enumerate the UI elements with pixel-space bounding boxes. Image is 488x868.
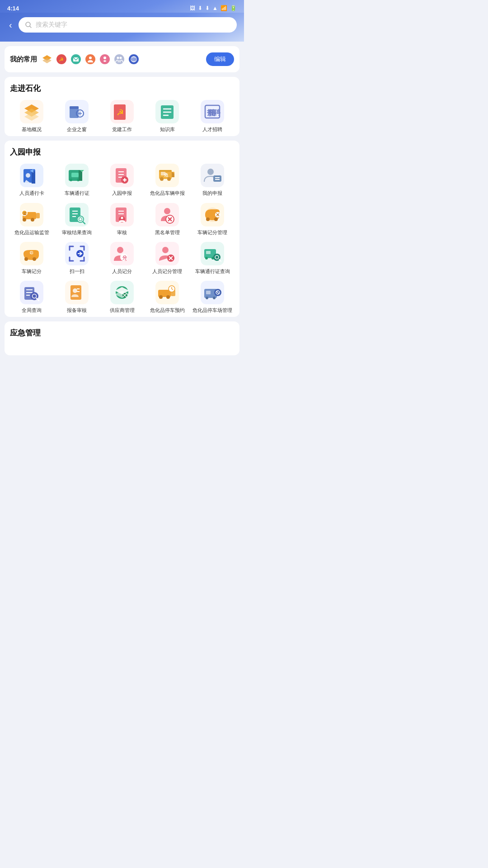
icon-audit-query[interactable]: 审核结果查询	[55, 203, 99, 236]
edit-button[interactable]: 编辑	[206, 52, 234, 66]
icon-zhishiku-img	[155, 100, 179, 123]
svg-text:招聘: 招聘	[206, 108, 221, 116]
favorites-left: 我的常用 ☭	[10, 53, 140, 66]
fav-icon-group[interactable]	[113, 53, 126, 66]
icon-weihua-transport[interactable]: 监 危化品运输监管	[10, 203, 53, 236]
icon-parking-reserve[interactable]: 危化品停车预约	[145, 281, 189, 313]
icon-blacklist[interactable]: 黑名单管理	[145, 203, 189, 236]
svg-point-102	[164, 208, 170, 214]
svg-text:分: 分	[30, 251, 34, 255]
icon-dangjian[interactable]: ☭ 党建工作	[100, 100, 144, 132]
icon-parking-manage-label: 危化品停车场管理	[192, 307, 232, 313]
icon-weihua-car-label: 危化品车辆申报	[150, 190, 185, 196]
svg-text:危: 危	[164, 173, 169, 177]
svg-point-169	[206, 297, 208, 299]
svg-point-72	[167, 177, 171, 181]
svg-line-1	[30, 26, 31, 28]
fav-icon-pink[interactable]	[99, 53, 111, 66]
favorites-row: 我的常用 ☭	[10, 52, 234, 66]
back-button[interactable]: ‹	[7, 18, 14, 32]
zoujin-grid: 基地概况 企业之窗	[10, 100, 234, 132]
icon-parking-manage-img	[201, 281, 224, 304]
svg-point-49	[26, 173, 30, 178]
icon-weihua-transport-label: 危化品运输监管	[14, 229, 49, 236]
svg-point-109	[214, 217, 218, 221]
icon-blacklist-img	[155, 203, 179, 226]
zoujin-section: 走进石化 基地概况	[5, 77, 239, 136]
svg-point-114	[24, 257, 28, 261]
svg-point-55	[70, 179, 72, 181]
svg-rect-121	[110, 242, 134, 265]
svg-point-100	[121, 217, 123, 219]
icon-car-score-manage-label: 车辆记分管理	[197, 229, 227, 236]
ruyuan-section: 入园申报 人员通行卡	[5, 141, 239, 317]
icon-renyuan-card-img	[20, 164, 43, 187]
svg-rect-132	[206, 251, 211, 254]
svg-point-71	[160, 177, 164, 181]
icon-report-audit[interactable]: 报备审核	[55, 281, 99, 313]
icon-audit-query-label: 审核结果查询	[62, 229, 92, 236]
fav-icon-globe[interactable]	[127, 53, 140, 66]
svg-marker-3	[42, 58, 52, 63]
search-icon	[25, 21, 32, 28]
icon-supplier[interactable]: 供应商管理	[100, 281, 144, 313]
icon-zhishiku[interactable]: 知识库	[145, 100, 189, 132]
icon-qiye-img	[65, 100, 89, 123]
icon-cheliang-pass[interactable]: 车辆通行证	[55, 164, 99, 196]
svg-text:分: 分	[122, 255, 127, 260]
icon-ruyuan-apply[interactable]: 入园申报	[100, 164, 144, 196]
icon-global-query-label: 全局查询	[22, 307, 42, 313]
icon-person-score-manage[interactable]: 人员记分管理	[145, 242, 189, 274]
fav-icon-envelope[interactable]	[70, 53, 82, 66]
icon-car-score-manage-img	[201, 203, 224, 226]
svg-point-170	[213, 297, 216, 299]
icon-audit-img	[110, 203, 134, 226]
icon-my-apply[interactable]: 我的申报	[191, 164, 234, 196]
icon-renyuan-card[interactable]: 人员通行卡	[10, 164, 53, 196]
svg-text:监: 监	[23, 212, 27, 216]
icon-parking-reserve-img	[155, 281, 179, 304]
icon-person-score[interactable]: 分 人员记分	[100, 242, 144, 274]
fav-icon-party[interactable]: ☭	[55, 53, 68, 66]
icon-car-pass-query-label: 车辆通行证查询	[195, 268, 230, 274]
icon-person-score-img: 分	[110, 242, 134, 265]
svg-point-83	[31, 218, 34, 222]
icon-renyuan-card-label: 人员通行卡	[19, 190, 44, 196]
svg-rect-77	[213, 175, 221, 182]
icon-jidi[interactable]: 基地概况	[10, 100, 53, 132]
icon-car-pass-query[interactable]: 车辆通行证查询	[191, 242, 234, 274]
icon-audit[interactable]: 审核	[100, 203, 144, 236]
icon-cheliang-pass-img	[65, 164, 89, 187]
icon-zhaopin[interactable]: 招 聘 招聘 人才招聘	[191, 100, 234, 132]
icon-car-pass-query-img	[201, 242, 224, 265]
icon-jidi-img	[20, 100, 43, 123]
icon-zhaopin-img: 招 聘 招聘	[201, 100, 224, 123]
icon-global-query[interactable]: 全局查询	[10, 281, 53, 313]
icon-car-score-manage[interactable]: 车辆记分管理	[191, 203, 234, 236]
icon-scan[interactable]: 扫一扫	[55, 242, 99, 274]
icon-car-score[interactable]: 分 车辆记分	[10, 242, 53, 274]
svg-rect-73	[159, 170, 172, 172]
svg-point-108	[206, 217, 210, 221]
search-row: ‹ 搜索关键字	[7, 17, 237, 33]
icon-weihua-car[interactable]: 危 危化品车辆申报	[145, 164, 189, 196]
favorites-icons: ☭	[41, 53, 140, 66]
fav-icon-layers[interactable]	[41, 53, 53, 66]
svg-point-148	[73, 288, 77, 293]
svg-rect-54	[71, 173, 79, 177]
battery-icon: 🔋	[230, 5, 237, 11]
icon-my-apply-label: 我的申报	[202, 190, 222, 196]
fav-icon-person[interactable]	[84, 53, 97, 66]
search-bar[interactable]: 搜索关键字	[19, 17, 237, 33]
icon-my-apply-img	[201, 164, 224, 187]
svg-text:☭: ☭	[117, 108, 124, 117]
icon-qiye[interactable]: 企业之窗	[55, 100, 99, 132]
image-icon: 🖼	[190, 5, 195, 11]
status-time: 4:14	[7, 5, 19, 12]
svg-point-126	[162, 247, 169, 253]
svg-rect-101	[155, 203, 179, 226]
favorites-card: 我的常用 ☭	[5, 46, 239, 72]
svg-point-122	[117, 247, 123, 253]
icon-parking-manage[interactable]: 危化品停车场管理	[191, 281, 234, 313]
icon-person-score-label: 人员记分	[112, 268, 132, 274]
